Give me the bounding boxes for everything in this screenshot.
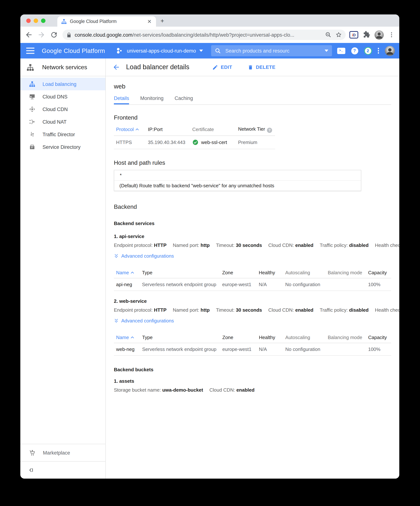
frontend-col-certificate: Certificate [189, 124, 235, 135]
sidebar-item-marketplace[interactable]: Marketplace [20, 444, 105, 461]
sidebar-item-label: Traffic Director [43, 132, 75, 137]
advanced-configurations-link[interactable]: Advanced configurations [114, 253, 391, 259]
main-panel: Load balancer details EDIT DELETE [106, 59, 399, 479]
sidebar-item-cloud-nat[interactable]: Cloud NAT [20, 115, 105, 128]
frontend-certificate: web-ssl-cert [189, 135, 235, 149]
sidebar-item-load-balancing[interactable]: Load balancing [20, 78, 105, 90]
default-rule: (Default) Route traffic to backend "web-… [114, 180, 361, 190]
new-tab-icon[interactable]: + [161, 17, 164, 25]
network-tier-help-icon[interactable]: ? [267, 127, 272, 133]
minimize-window-icon[interactable] [34, 19, 38, 23]
marketplace-cart-icon [29, 449, 36, 456]
forward-icon[interactable] [37, 31, 45, 39]
edit-button[interactable]: EDIT [212, 64, 232, 70]
reload-icon[interactable] [50, 31, 58, 39]
col-zone: Zone [220, 332, 256, 343]
load-balancing-icon [29, 81, 35, 87]
sidebar-title: Network services [42, 64, 87, 71]
double-chevron-down-icon [114, 253, 119, 258]
tab-caching[interactable]: Caching [175, 95, 193, 104]
frontend-col-ipport: IP:Port [145, 124, 189, 135]
address-bar[interactable]: console.cloud.google.com/net-services/lo… [63, 30, 346, 40]
global-search[interactable] [211, 45, 332, 56]
frontend-table: Protocol IP:Port Certificate Network Tie… [114, 124, 275, 149]
sidebar-item-label: Cloud DNS [43, 94, 67, 99]
lock-icon[interactable] [66, 32, 72, 38]
pencil-icon [212, 64, 218, 70]
gcp-brand[interactable]: Google Cloud Platform [42, 47, 105, 54]
col-balancing-mode: Balancing mode [325, 267, 365, 278]
service-properties: Endpoint protocol: HTTP Named port: http… [114, 242, 391, 248]
page-tabs: Details Monitoring Caching [114, 95, 391, 104]
backend-heading: Backend [114, 203, 391, 210]
tab-monitoring[interactable]: Monitoring [140, 95, 164, 104]
window-controls [26, 19, 45, 23]
sidebar-items: Load balancing Cloud DNS [20, 76, 105, 153]
browser-tab[interactable]: Google Cloud Platform ✕ [57, 16, 156, 27]
notification-badge[interactable]: 2 [364, 47, 372, 55]
col-zone: Zone [219, 267, 256, 278]
project-name: universal-apps-cloud-run-demo [127, 48, 196, 53]
page-back-icon[interactable] [112, 63, 120, 71]
bookmark-star-icon[interactable] [335, 32, 342, 38]
cloud-shell-icon[interactable]: >_ [337, 47, 345, 54]
col-autoscaling: Autoscaling [282, 332, 325, 343]
col-name[interactable]: Name [114, 267, 139, 278]
backend-header-row: Name Type Zone Healthy Autoscaling Balan… [114, 332, 391, 343]
backend-table-api: Name Type Zone Healthy Autoscaling Balan… [114, 267, 391, 291]
search-dropdown-icon[interactable] [324, 50, 328, 52]
back-icon[interactable] [25, 31, 33, 39]
bucket-title: 1. assets [114, 378, 391, 384]
account-avatar[interactable] [385, 46, 395, 56]
id-extension-icon[interactable]: iD [349, 31, 358, 39]
col-healthy: Healthy [256, 332, 283, 343]
tab-details[interactable]: Details [114, 95, 129, 104]
extensions-puzzle-icon[interactable] [363, 31, 371, 39]
zoom-out-icon[interactable] [325, 32, 332, 38]
menu-icon[interactable] [26, 47, 34, 54]
frontend-networktier: Premium [235, 135, 275, 149]
search-input[interactable] [225, 47, 321, 54]
tab-title: Google Cloud Platform [70, 19, 147, 24]
tab-close-icon[interactable]: ✕ [147, 18, 152, 25]
maximize-window-icon[interactable] [41, 19, 45, 23]
delete-button[interactable]: DELETE [248, 64, 275, 70]
gcp-favicon-icon [61, 19, 67, 24]
trash-icon [248, 64, 253, 70]
cloud-dns-icon [29, 93, 35, 100]
browser-tabstrip: Google Cloud Platform ✕ + [20, 14, 399, 27]
sidebar-header: Network services [20, 59, 105, 76]
sidebar-collapse[interactable] [20, 461, 105, 479]
advanced-configurations-link[interactable]: Advanced configurations [114, 318, 391, 323]
frontend-row: HTTPS 35.190.40.34:443 web-ssl-cert [114, 135, 275, 149]
frontend-header-row: Protocol IP:Port Certificate Network Tie… [114, 124, 275, 135]
col-autoscaling: Autoscaling [282, 267, 325, 278]
browser-menu-icon[interactable] [388, 32, 395, 38]
frontend-col-protocol[interactable]: Protocol [114, 124, 145, 135]
browser-toolbar: console.cloud.google.com/net-services/lo… [20, 27, 399, 43]
neg-autoscaling: No configuration [282, 343, 325, 355]
neg-name: web-neg [114, 343, 139, 355]
sidebar-item-traffic-director[interactable]: Traffic Director [20, 128, 105, 141]
double-chevron-down-icon [114, 318, 119, 323]
certificate-name: web-ssl-cert [201, 139, 227, 145]
service-directory-icon [29, 144, 35, 150]
service-properties: Endpoint protocol: HTTP Named port: http… [114, 307, 391, 313]
project-switcher[interactable]: universal-apps-cloud-run-demo [116, 47, 203, 54]
header-more-icon[interactable] [378, 48, 379, 54]
col-capacity: Capacity [365, 267, 391, 278]
browser-avatar[interactable] [375, 30, 384, 40]
page-appbar: Load balancer details EDIT DELETE [106, 59, 399, 76]
sidebar-item-cloud-dns[interactable]: Cloud DNS [20, 90, 105, 103]
sidebar-item-service-directory[interactable]: Service Directory [20, 141, 105, 153]
cloud-cdn-icon [29, 106, 35, 113]
sidebar-bottom: Marketplace [20, 444, 105, 479]
col-name[interactable]: Name [114, 332, 139, 343]
sidebar-item-label: Service Directory [43, 144, 81, 150]
url-text: console.cloud.google.com/net-services/lo… [75, 32, 321, 38]
close-window-icon[interactable] [26, 19, 31, 23]
help-icon[interactable]: ? [351, 47, 358, 54]
frontend-protocol: HTTPS [114, 135, 145, 149]
neg-capacity: 100% [365, 343, 391, 355]
sidebar-item-cloud-cdn[interactable]: Cloud CDN [20, 103, 105, 115]
